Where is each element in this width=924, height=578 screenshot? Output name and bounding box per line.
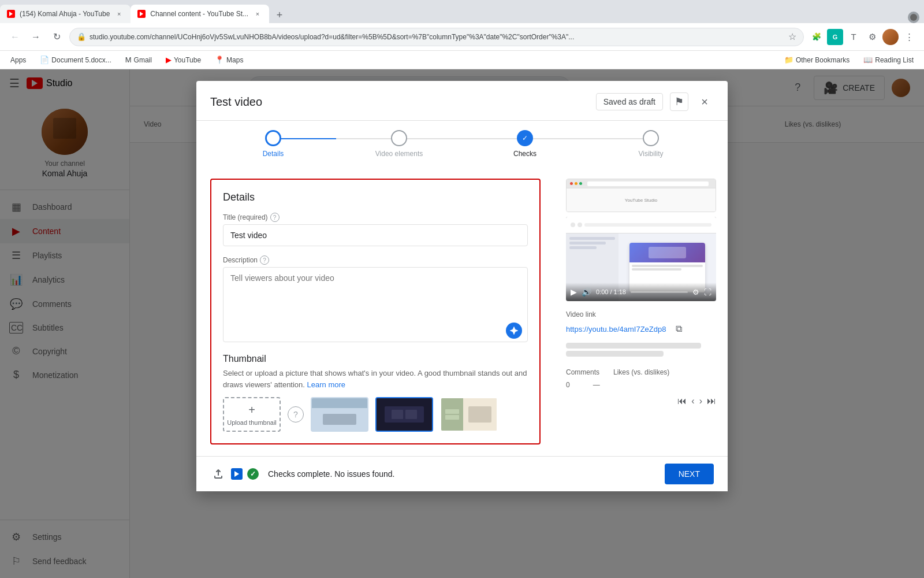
address-text: studio.youtube.com/channel/UCoHnj6oVjv5S… — [90, 33, 785, 41]
gmail-label: Gmail — [134, 56, 152, 64]
apps-label: Apps — [10, 56, 26, 64]
step-circle-checks: ✓ — [517, 130, 533, 146]
step-details[interactable]: Details — [210, 130, 336, 158]
bookmark-gmail[interactable]: M Gmail — [122, 54, 155, 65]
video-url-link[interactable]: https://youtu.be/4amI7ZeZdp8 — [566, 325, 666, 334]
thumbnail-preset-1[interactable] — [311, 397, 368, 432]
star-icon[interactable]: ☆ — [788, 31, 796, 42]
browser-tab-1[interactable]: (154) Komal Ahuja - YouTube × — [0, 5, 131, 23]
tab-2-close[interactable]: × — [253, 9, 262, 18]
video-preview: YouTube Studio — [566, 179, 716, 301]
user-avatar-browser[interactable] — [882, 29, 899, 45]
upload-modal: Test video Saved as draft ⚑ × Details — [196, 81, 728, 491]
maps-label: Maps — [226, 56, 243, 64]
details-section: Details Title (required) ? Description — [210, 179, 541, 444]
step-visibility[interactable]: Visibility — [588, 130, 714, 158]
fullscreen-button[interactable]: ⛶ — [704, 288, 711, 297]
flag-button[interactable]: ⚑ — [670, 92, 688, 111]
thumbnail-learn-more-link[interactable]: Learn more — [307, 380, 345, 389]
reading-list-label: Reading List — [875, 56, 914, 64]
details-title: Details — [223, 191, 528, 203]
step-label-details: Details — [263, 150, 284, 158]
translate-icon[interactable]: T — [845, 29, 862, 45]
bookmark-maps[interactable]: 📍 Maps — [211, 54, 247, 65]
browser-tab-2[interactable]: Channel content - YouTube St... × — [131, 5, 269, 23]
next-button[interactable]: NEXT — [665, 464, 714, 484]
description-textarea[interactable] — [223, 267, 528, 342]
reading-list[interactable]: 📖 Reading List — [860, 54, 917, 65]
toolbar-icons: 🧩 G T ⚙ ⋮ — [808, 29, 917, 45]
step-checks[interactable]: ✓ Checks — [462, 130, 588, 158]
back-button[interactable]: ← — [7, 29, 23, 45]
more-menu-icon[interactable]: ⋮ — [901, 29, 917, 45]
title-input[interactable] — [223, 224, 528, 246]
tab-1-close[interactable]: × — [114, 9, 124, 18]
studio-status-icon — [231, 468, 243, 480]
step-label-video-elements: Video elements — [375, 150, 423, 158]
tab-bar: (154) Komal Ahuja - YouTube × Channel co… — [0, 0, 924, 23]
modal-left: Details Title (required) ? Description — [196, 167, 554, 456]
modal-right: YouTube Studio — [554, 167, 728, 456]
grammarly-icon[interactable]: G — [827, 29, 843, 45]
thumbnail-help-icon[interactable]: ? — [288, 406, 304, 423]
refresh-button[interactable]: ↻ — [49, 29, 65, 45]
settings-icon[interactable]: ⚙ — [864, 29, 880, 45]
modal-body: Details Title (required) ? Description — [196, 167, 728, 456]
modal-header-right: Saved as draft ⚑ × — [596, 92, 714, 111]
extensions-icon[interactable]: 🧩 — [808, 29, 825, 45]
youtube-label: YouTube — [174, 56, 201, 64]
bookmark-right: 📁 Other Bookmarks 📖 Reading List — [781, 54, 917, 65]
video-progress-bar[interactable] — [631, 291, 688, 293]
description-wrapper — [223, 267, 528, 344]
upload-icon: + — [248, 403, 255, 417]
lock-icon: 🔒 — [77, 32, 86, 41]
ai-assist-icon[interactable] — [506, 323, 522, 339]
new-tab-button[interactable]: + — [271, 7, 288, 23]
stepper: Details Video elements ✓ Checks — [196, 121, 728, 167]
video-player[interactable]: ▶ 🔊 0:00 / 1:18 ⚙ ⛶ — [566, 217, 716, 301]
upload-label: Upload thumbnail — [227, 419, 277, 426]
description-label-row: Description ? — [223, 255, 528, 265]
bookmark-youtube[interactable]: ▶ YouTube — [162, 54, 204, 65]
volume-button[interactable]: 🔊 — [582, 287, 591, 297]
play-button[interactable]: ▶ — [571, 287, 577, 297]
browser-chrome: (154) Komal Ahuja - YouTube × Channel co… — [0, 0, 924, 69]
title-label-row: Title (required) ? — [223, 213, 528, 222]
description-help-icon[interactable]: ? — [260, 255, 269, 265]
pagination-prev[interactable]: ‹ — [691, 396, 694, 406]
upload-thumbnail-button[interactable]: + Upload thumbnail — [223, 397, 281, 432]
saved-as-draft-button[interactable]: Saved as draft — [596, 93, 663, 110]
thumbnail-section: Thumbnail Select or upload a picture tha… — [223, 354, 528, 432]
modal-header: Test video Saved as draft ⚑ × — [196, 81, 728, 121]
modal-close-button[interactable]: × — [695, 92, 714, 111]
check-status-icon: ✓ — [247, 468, 259, 480]
other-bookmarks[interactable]: 📁 Other Bookmarks — [781, 54, 853, 65]
pagination-next[interactable]: › — [699, 396, 702, 406]
bookmark-document[interactable]: 📄 Document 5.docx... — [36, 54, 114, 65]
right-col-comments: Comments — [566, 368, 599, 376]
modal-footer: ✓ Checks complete. No issues found. NEXT — [196, 456, 728, 491]
blurred-bar-2 — [566, 351, 664, 357]
step-label-visibility: Visibility — [638, 150, 663, 158]
description-label: Description — [223, 256, 258, 264]
bookmark-apps[interactable]: Apps — [7, 55, 29, 65]
step-video-elements[interactable]: Video elements — [336, 130, 462, 158]
right-col-likes: Likes (vs. dislikes) — [613, 368, 669, 376]
pagination-first[interactable]: ⏮ — [677, 396, 687, 406]
modal-overlay[interactable]: Test video Saved as draft ⚑ × Details — [0, 69, 924, 578]
step-circle-video-elements — [391, 130, 407, 146]
thumbnail-preset-2[interactable] — [375, 397, 433, 432]
thumbnail-preset-3[interactable] — [440, 397, 498, 432]
step-circle-details — [265, 130, 281, 146]
forward-button[interactable]: → — [28, 29, 44, 45]
tab-1-title: (154) Komal Ahuja - YouTube — [20, 10, 110, 18]
description-field: Description ? — [223, 255, 528, 344]
bookmarks-bar: Apps 📄 Document 5.docx... M Gmail ▶ YouT… — [0, 51, 924, 69]
pagination-last[interactable]: ⏭ — [707, 396, 716, 406]
video-settings-button[interactable]: ⚙ — [692, 288, 699, 297]
address-bar[interactable]: 🔒 studio.youtube.com/channel/UCoHnj6oVjv… — [69, 28, 804, 46]
modal-title: Test video — [210, 95, 262, 109]
upload-status-icon — [210, 466, 226, 482]
copy-url-button[interactable]: ⧉ — [670, 321, 687, 337]
title-help-icon[interactable]: ? — [270, 213, 280, 222]
